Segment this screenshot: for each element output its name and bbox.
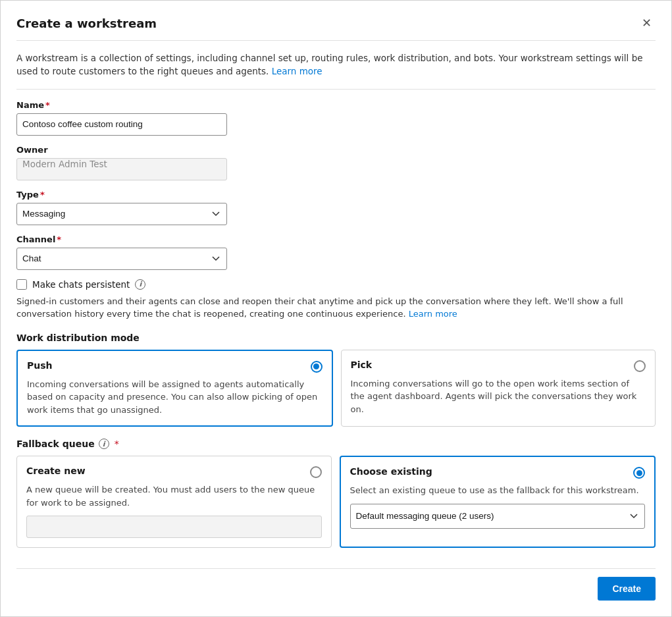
- persistent-description: Signed-in customers and their agents can…: [16, 295, 656, 321]
- push-card-header: Push: [27, 360, 323, 373]
- fallback-info-icon: i: [99, 439, 109, 449]
- dialog-footer: Create: [16, 568, 656, 601]
- choose-existing-radio[interactable]: [633, 467, 645, 479]
- type-field-group: Type* Messaging Voice: [16, 190, 656, 225]
- persistent-info-icon: i: [135, 279, 145, 290]
- learn-more-link-persistent[interactable]: Learn more: [409, 309, 457, 319]
- desc-divider: [16, 89, 656, 90]
- close-button[interactable]: ✕: [637, 14, 656, 32]
- pick-radio[interactable]: [634, 360, 646, 372]
- channel-field-group: Channel* Chat Email SMS: [16, 234, 656, 270]
- create-workstream-dialog: Create a workstream ✕ A workstream is a …: [0, 0, 672, 617]
- name-input[interactable]: [16, 113, 227, 136]
- name-field-group: Name*: [16, 100, 656, 136]
- header-divider: [16, 40, 656, 41]
- push-card-title: Push: [27, 360, 53, 371]
- choose-existing-desc: Select an existing queue to use as the f…: [350, 484, 646, 497]
- pick-card[interactable]: Pick Incoming conversations will go to t…: [341, 350, 656, 427]
- choose-existing-card-header: Choose existing: [350, 466, 646, 479]
- dialog-description: A workstream is a collection of settings…: [16, 51, 656, 78]
- owner-display: Modern Admin Test: [16, 158, 227, 180]
- fallback-label: Fallback queue: [16, 439, 95, 449]
- owner-label: Owner: [16, 145, 656, 155]
- type-label: Type*: [16, 190, 656, 200]
- create-new-card[interactable]: Create new A new queue will be created. …: [16, 456, 332, 548]
- pick-card-desc: Incoming conversations will go to the op…: [351, 377, 646, 416]
- name-label: Name*: [16, 100, 656, 110]
- create-new-input-placeholder: [26, 516, 322, 538]
- create-new-card-header: Create new: [26, 466, 322, 478]
- create-new-title: Create new: [26, 466, 86, 476]
- choose-existing-card[interactable]: Choose existing Select an existing queue…: [340, 456, 656, 548]
- channel-label: Channel*: [16, 234, 656, 244]
- make-persistent-label[interactable]: Make chats persistent: [32, 279, 130, 290]
- create-new-desc: A new queue will be created. You must ad…: [26, 483, 322, 509]
- channel-select[interactable]: Chat Email SMS: [16, 248, 227, 270]
- work-dist-section-title: Work distribution mode: [16, 333, 656, 343]
- owner-field-group: Owner Modern Admin Test: [16, 145, 656, 180]
- work-dist-cards: Push Incoming conversations will be assi…: [16, 350, 656, 427]
- type-select[interactable]: Messaging Voice: [16, 203, 227, 225]
- make-persistent-checkbox[interactable]: [16, 279, 27, 290]
- create-new-radio[interactable]: [310, 466, 322, 478]
- dialog-title: Create a workstream: [16, 16, 157, 30]
- push-card[interactable]: Push Incoming conversations will be assi…: [16, 350, 333, 427]
- fallback-cards: Create new A new queue will be created. …: [16, 456, 656, 548]
- pick-card-title: Pick: [351, 360, 373, 370]
- push-radio[interactable]: [311, 361, 323, 373]
- push-card-desc: Incoming conversations will be assigned …: [27, 378, 323, 417]
- queue-select[interactable]: Default messaging queue (2 users) Custom…: [350, 504, 646, 529]
- pick-card-header: Pick: [351, 360, 646, 372]
- learn-more-link-top[interactable]: Learn more: [272, 66, 323, 76]
- persistent-checkbox-row: Make chats persistent i: [16, 279, 656, 290]
- fallback-label-row: Fallback queue i *: [16, 439, 656, 449]
- create-button[interactable]: Create: [598, 577, 656, 601]
- choose-existing-title: Choose existing: [350, 466, 432, 477]
- dialog-header: Create a workstream ✕: [16, 14, 656, 32]
